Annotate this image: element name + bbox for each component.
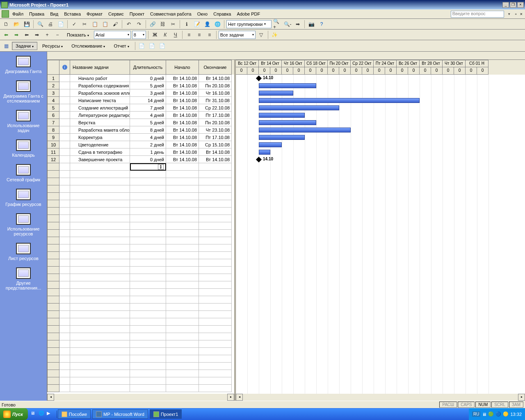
ql-desktop-icon[interactable]: 🖥 xyxy=(30,411,38,418)
table-row[interactable] xyxy=(47,377,234,385)
notes-button[interactable]: 📝 xyxy=(192,20,201,29)
font-size-select[interactable]: 8▾ xyxy=(132,31,146,39)
back-button[interactable]: ⬅ xyxy=(2,30,11,39)
zoom-in-button[interactable]: 🔍+ xyxy=(273,20,282,29)
table-row[interactable] xyxy=(47,237,234,244)
italic-button[interactable]: К xyxy=(161,30,170,39)
table-row[interactable] xyxy=(47,370,234,377)
indent-button[interactable]: ➡ xyxy=(32,30,41,39)
assign-button[interactable]: 👤 xyxy=(203,20,212,29)
table-row[interactable]: 10Цветоделение2 днейВт 14.10.08Ср 15.10.… xyxy=(47,141,234,148)
table-row[interactable] xyxy=(47,311,234,318)
print-button[interactable]: 🖨 xyxy=(46,20,55,29)
table-row[interactable] xyxy=(47,326,234,333)
table-row[interactable] xyxy=(47,244,234,252)
underline-button[interactable]: Ч xyxy=(171,30,180,39)
outdent-button[interactable]: ⬅ xyxy=(22,30,31,39)
gantt-bar[interactable] xyxy=(259,105,339,110)
col-info[interactable]: i xyxy=(59,60,70,75)
table-hscroll[interactable]: ◂▸ xyxy=(47,394,234,401)
menu-insert[interactable]: Вставка xyxy=(62,10,83,18)
gantt-bar[interactable] xyxy=(259,83,316,88)
table-row[interactable] xyxy=(47,333,234,340)
lang-indicator[interactable]: RU xyxy=(472,411,480,417)
table-row[interactable] xyxy=(47,208,234,215)
gantt-bar[interactable] xyxy=(259,91,293,96)
cell-entry-bar[interactable] xyxy=(47,52,525,60)
menu-collab[interactable]: Совместная работа xyxy=(148,10,194,18)
table-row[interactable]: 9Корректура4 днейВт 14.10.08Пт 17.10.08 xyxy=(47,134,234,141)
gantt-milestone[interactable] xyxy=(256,157,262,162)
view-item-0[interactable]: Диаграмма Ганта xyxy=(0,52,47,76)
table-row[interactable] xyxy=(47,259,234,267)
format-painter-button[interactable]: 🖌 xyxy=(111,20,120,29)
cut-button[interactable]: ✂ xyxy=(80,20,89,29)
view-item-7[interactable]: Лист ресурсов xyxy=(0,239,47,263)
publish-button[interactable]: 🌐 xyxy=(213,20,222,29)
view-item-1[interactable]: Диаграмма Ганта с отслеживанием xyxy=(0,76,47,106)
menu-pdf[interactable]: Adobe PDF xyxy=(234,10,262,18)
doc-close-button[interactable]: × xyxy=(519,11,523,16)
gantt-bar[interactable] xyxy=(259,150,270,155)
filter-select[interactable]: Все задачи▾ xyxy=(219,31,256,39)
table-row[interactable]: 7Верстка5 днейВт 14.10.08Пн 20.10.08 xyxy=(47,119,234,126)
link-button[interactable]: 🔗 xyxy=(148,20,157,29)
table-row[interactable] xyxy=(47,230,234,237)
tray-icon-1[interactable]: 🖥 xyxy=(482,412,486,417)
table-row[interactable] xyxy=(47,348,234,355)
gantt-bar[interactable] xyxy=(259,135,305,140)
close-button[interactable]: × xyxy=(517,2,524,8)
copy-button[interactable]: 📋 xyxy=(90,20,99,29)
autofilter-button[interactable]: ▽ xyxy=(257,30,266,39)
spell-button[interactable]: ✓ xyxy=(70,20,79,29)
tray-icon-2[interactable]: 🟢 xyxy=(488,411,494,417)
table-row[interactable]: 5Создание иллюстраций7 днейВт 14.10.08Ср… xyxy=(47,104,234,112)
paste-button[interactable]: 📋 xyxy=(100,20,110,29)
gantt-bar[interactable] xyxy=(259,113,305,118)
pdf-button-2[interactable]: 📄 xyxy=(148,41,157,50)
table-row[interactable] xyxy=(47,281,234,289)
col-duration[interactable]: Длительность xyxy=(130,60,166,75)
taskbar-task-3[interactable]: Проект1 xyxy=(150,409,182,419)
menu-help[interactable]: Справка xyxy=(211,10,233,18)
search-button[interactable]: 🔍 xyxy=(36,20,45,29)
table-row[interactable] xyxy=(47,274,234,281)
guide-pane-button[interactable]: ▦ xyxy=(2,41,11,50)
menu-window[interactable]: Окно xyxy=(195,10,210,18)
menu-format[interactable]: Формат xyxy=(84,10,105,18)
start-button[interactable]: Пуск xyxy=(0,408,28,420)
taskbar-task-2[interactable]: MP - Microsoft Word xyxy=(92,409,148,419)
view-item-3[interactable]: Календарь xyxy=(0,135,47,160)
goto-task-button[interactable]: ➡ xyxy=(293,20,302,29)
tracking-tab[interactable]: Отслеживание▾ xyxy=(68,42,109,50)
table-row[interactable] xyxy=(47,193,234,200)
bold-button[interactable]: Ж xyxy=(151,30,160,39)
table-row[interactable]: 3Разработка эскизов иллюстраций3 днейВт … xyxy=(47,89,234,97)
split-button[interactable]: ✂ xyxy=(169,20,178,29)
row-header-corner[interactable] xyxy=(47,60,59,75)
view-item-5[interactable]: График ресурсов xyxy=(0,185,47,209)
doc-restore-button[interactable]: ▫ xyxy=(514,11,518,16)
table-row[interactable] xyxy=(47,178,234,185)
table-row[interactable] xyxy=(47,171,234,178)
redo-button[interactable]: ↷ xyxy=(135,20,144,29)
gantt-bar[interactable] xyxy=(259,120,316,125)
table-row[interactable]: 6Литературное редактирование4 днейВт 14.… xyxy=(47,112,234,119)
ql-media-icon[interactable]: ▶ xyxy=(47,411,54,418)
tray-icon-4[interactable]: 🟡 xyxy=(503,411,509,417)
info-button[interactable]: ℹ xyxy=(182,20,191,29)
table-row[interactable] xyxy=(47,200,234,208)
help-button[interactable]: ? xyxy=(317,20,326,29)
table-row[interactable]: 4Написание текста14 днейВт 14.10.08Пт 31… xyxy=(47,97,234,104)
tasks-tab[interactable]: Задачи▾ xyxy=(12,42,37,50)
col-finish[interactable]: Окончание xyxy=(199,60,232,75)
align-left-button[interactable]: ≡ xyxy=(185,30,194,39)
table-row[interactable] xyxy=(47,340,234,348)
table-row[interactable] xyxy=(47,267,234,274)
unlink-button[interactable]: ⛓ xyxy=(158,20,167,29)
table-row[interactable]: 1Начало работ0 днейВт 14.10.08Вт 14.10.0… xyxy=(47,75,234,82)
col-start[interactable]: Начало xyxy=(166,60,199,75)
menu-edit[interactable]: Правка xyxy=(27,10,47,18)
view-item-6[interactable]: Использование ресурсов xyxy=(0,209,47,239)
menu-tools[interactable]: Сервис xyxy=(106,10,126,18)
